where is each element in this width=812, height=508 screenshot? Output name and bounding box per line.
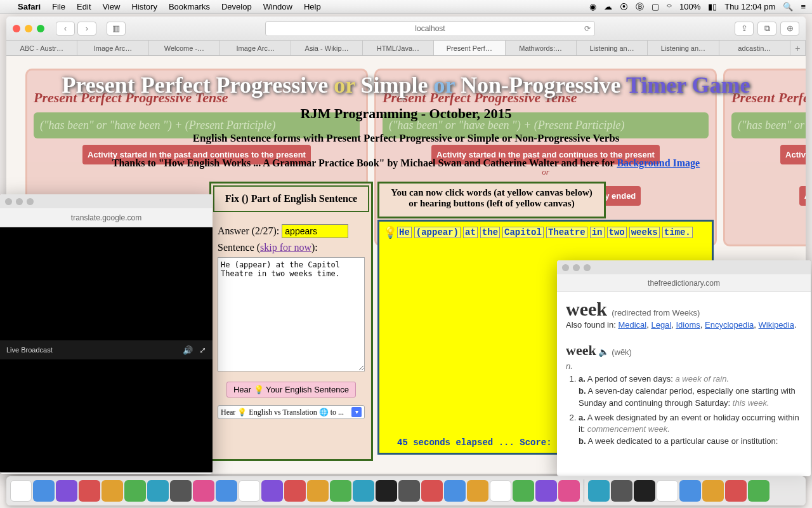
menu-view[interactable]: View <box>103 2 121 11</box>
browser-tab[interactable]: Welcome -… <box>149 41 220 55</box>
word[interactable]: Theatre <box>546 227 587 238</box>
dock-app[interactable] <box>657 480 678 502</box>
dock-app[interactable] <box>398 480 420 502</box>
zoom-icon[interactable] <box>584 264 591 271</box>
browser-tab[interactable]: Mathwords:… <box>506 41 577 55</box>
answer-input[interactable] <box>282 224 348 238</box>
browser-tab[interactable]: Image Arc… <box>220 41 291 55</box>
dock-app[interactable] <box>307 480 329 502</box>
video-area[interactable]: Live Broadcast 🔊⤢ <box>0 227 213 472</box>
dock-app[interactable] <box>467 480 488 502</box>
dock-app[interactable] <box>748 480 769 502</box>
menu-edit[interactable]: Edit <box>77 2 91 11</box>
dock-app[interactable] <box>102 480 123 502</box>
dock-app[interactable] <box>702 480 724 502</box>
close-icon[interactable] <box>13 25 20 32</box>
dict-link[interactable]: Medical <box>618 320 646 330</box>
dock-app[interactable] <box>79 480 100 502</box>
wifi-icon[interactable]: ⌔ <box>667 2 672 11</box>
dock-app[interactable] <box>56 480 77 502</box>
dock-app[interactable] <box>535 480 557 502</box>
browser-tab[interactable]: ABC - Austr… <box>6 41 77 55</box>
sidebar-button[interactable]: ▥ <box>107 22 126 36</box>
word[interactable]: in <box>590 227 605 238</box>
browser-tab[interactable]: Image Arc… <box>77 41 148 55</box>
close-icon[interactable] <box>562 264 569 271</box>
dock-app[interactable] <box>588 480 610 502</box>
share-button[interactable]: ⇪ <box>735 22 754 36</box>
dict-link[interactable]: Idioms <box>676 320 700 330</box>
dock-app[interactable] <box>444 480 466 502</box>
battery-icon[interactable]: ▮▯ <box>708 2 717 11</box>
spotlight-icon[interactable]: 🔍 <box>783 2 793 11</box>
browser-tab-active[interactable]: Present Perf… <box>434 41 505 55</box>
translation-select[interactable]: Hear 💡 English vs Translation 🌐 to ... ▾ <box>218 405 365 419</box>
browser-tab[interactable]: Asia - Wikip… <box>291 41 362 55</box>
back-button[interactable]: ‹ <box>56 22 75 36</box>
minimize-icon[interactable] <box>573 264 580 271</box>
zoom-icon[interactable] <box>37 25 44 32</box>
dict-link[interactable]: Legal <box>651 320 671 330</box>
status-icon[interactable]: ☁ <box>604 2 612 11</box>
skip-link[interactable]: skip for now <box>260 242 311 253</box>
dock-app[interactable] <box>284 480 306 502</box>
expand-icon[interactable]: ⤢ <box>199 345 206 355</box>
volume-icon[interactable]: 🔊 <box>183 345 193 355</box>
bulb-icon[interactable]: 💡 <box>383 225 397 239</box>
minimize-icon[interactable] <box>16 198 23 205</box>
dock-app[interactable] <box>490 480 511 502</box>
dock-app[interactable] <box>33 480 55 502</box>
word[interactable]: time. <box>662 227 693 238</box>
app-name[interactable]: Safari <box>18 2 41 11</box>
menu-help[interactable]: Help <box>304 2 321 11</box>
menu-develop[interactable]: Develop <box>221 2 252 11</box>
dock-app[interactable] <box>513 480 534 502</box>
word[interactable]: at <box>463 227 478 238</box>
word[interactable]: He <box>397 227 412 238</box>
sound-icon[interactable]: 🔈 <box>598 347 612 357</box>
dock-app[interactable] <box>147 480 169 502</box>
dict-link[interactable]: Wikipedia <box>759 320 794 330</box>
word[interactable]: weeks <box>629 227 660 238</box>
hear-sentence-button[interactable]: Hear 💡 Your English Sentence <box>226 382 356 398</box>
dock-app[interactable] <box>558 480 580 502</box>
dock-app[interactable] <box>634 480 655 502</box>
dock-app[interactable] <box>679 480 701 502</box>
bg-image-link[interactable]: Background Image <box>617 157 700 168</box>
menu-icon[interactable]: ≡ <box>801 2 806 11</box>
status-icon[interactable]: ⦿ <box>620 2 628 11</box>
clock[interactable]: Thu 12:04 pm <box>724 2 775 11</box>
sentence-textarea[interactable]: He (appear) at the Capitol Theatre in tw… <box>218 257 365 371</box>
zoom-icon[interactable] <box>27 198 34 205</box>
downloads-button[interactable]: ⊕ <box>780 22 799 36</box>
dock-app[interactable] <box>376 480 397 502</box>
menu-bookmarks[interactable]: Bookmarks <box>169 2 210 11</box>
browser-tab[interactable]: adcastin… <box>719 41 790 55</box>
forward-button[interactable]: › <box>77 22 96 36</box>
word[interactable]: the <box>480 227 500 238</box>
dock-app[interactable] <box>193 480 214 502</box>
word[interactable]: (appear) <box>414 227 461 238</box>
dock-app[interactable] <box>239 480 260 502</box>
word[interactable]: two <box>607 227 627 238</box>
airplay-icon[interactable]: ▢ <box>652 2 659 11</box>
dock-app[interactable] <box>421 480 443 502</box>
close-icon[interactable] <box>5 198 12 205</box>
minimize-icon[interactable] <box>25 25 32 32</box>
dock-app[interactable] <box>725 480 747 502</box>
reload-icon[interactable]: ⟳ <box>584 24 591 33</box>
dock-app[interactable] <box>10 480 32 502</box>
dock-app[interactable] <box>124 480 146 502</box>
dock-app[interactable] <box>330 480 351 502</box>
tabs-button[interactable]: ⧉ <box>757 22 776 36</box>
dock-app[interactable] <box>261 480 283 502</box>
menu-history[interactable]: History <box>131 2 157 11</box>
word[interactable]: Capitol <box>502 227 544 238</box>
dock-app[interactable] <box>170 480 192 502</box>
dock-app[interactable] <box>216 480 237 502</box>
browser-tab[interactable]: HTML/Java… <box>363 41 434 55</box>
status-icon[interactable]: ◉ <box>589 2 596 11</box>
address-bar[interactable]: localhost ⟳ <box>265 21 595 36</box>
browser-tab[interactable]: Listening an… <box>577 41 648 55</box>
browser-tab[interactable]: Listening an… <box>648 41 719 55</box>
